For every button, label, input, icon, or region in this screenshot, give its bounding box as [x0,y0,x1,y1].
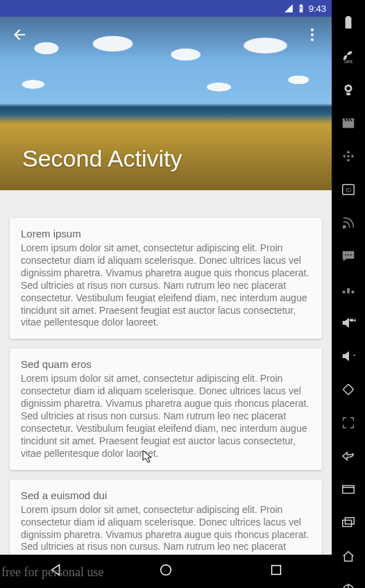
svg-text:-: - [353,349,355,360]
svg-point-18 [350,254,352,255]
android-navbar [0,555,332,588]
fullscreen-icon [341,415,356,430]
card-title: Lorem ipsum [21,228,311,240]
battery-icon [341,15,356,31]
dpad-icon [341,149,356,164]
volume-up-icon: + [341,315,356,330]
windows-icon [341,515,356,530]
emu-dpad-button[interactable] [341,149,356,164]
svg-rect-20 [347,288,350,293]
status-bar: 9:43 [0,0,332,17]
nav-back-icon [48,562,63,578]
window-icon [341,482,356,497]
emu-power-button[interactable] [341,582,356,588]
svg-point-2 [311,38,314,41]
emu-gps-button[interactable]: GPS [341,49,356,64]
rotate-icon [341,382,356,397]
more-vert-icon [304,26,321,43]
nav-home-icon [158,562,173,578]
home-outline-icon [341,548,356,564]
svg-point-15 [343,226,346,229]
svg-rect-4 [272,566,281,575]
app-toolbar [0,17,332,56]
overflow-button[interactable] [304,26,321,46]
svg-rect-26 [343,520,352,526]
signal-icon [284,3,294,13]
svg-rect-6 [347,17,350,18]
hero-image: Second Activity [0,17,332,190]
emu-camera-button[interactable] [341,82,356,97]
back-arrow-icon [11,26,28,43]
emu-battery-button[interactable] [341,15,356,31]
emu-volume-up-button[interactable]: + [341,315,356,330]
svg-point-16 [345,254,346,255]
svg-rect-25 [343,486,355,494]
svg-rect-21 [352,291,355,294]
battery-icon [296,3,306,13]
page-title: Second Activity [22,145,182,172]
content-scroll[interactable]: Lorem ipsum Lorem ipsum dolor sit amet, … [0,190,332,555]
device-screen: 9:43 Second Activity Lorem ipsum Lorem i… [0,0,332,588]
card-body: Lorem ipsum dolor sit amet, consectetur … [21,504,311,555]
svg-text:+: + [353,316,356,324]
id-icon: ID [341,182,356,197]
nav-back-button[interactable] [48,562,63,580]
nav-recent-button[interactable] [269,562,284,580]
emu-rotate-button[interactable] [341,382,356,397]
clapperboard-icon [341,115,356,131]
gps-icon: GPS [341,49,356,64]
emu-back-icon [341,448,356,464]
card-title: Sed quam eros [21,358,311,370]
sliders-icon [341,282,356,297]
svg-rect-24 [343,384,354,395]
svg-point-3 [161,565,171,576]
svg-rect-10 [346,93,350,96]
back-button[interactable] [11,26,28,46]
emu-back-button[interactable] [341,448,356,464]
svg-text:ID: ID [346,187,351,194]
card: Sed a euismod dui Lorem ipsum dolor sit … [10,480,322,555]
emu-home-button[interactable] [341,548,356,564]
svg-point-1 [311,33,314,36]
emu-network-button[interactable] [341,215,356,230]
svg-rect-11 [343,121,355,128]
emu-settings-button[interactable] [341,282,356,297]
volume-down-icon: - [341,348,356,364]
svg-point-9 [346,86,350,90]
emu-multitask1-button[interactable] [341,482,356,497]
emulator-toolbar: GPS ID + - [332,0,365,588]
emu-fullscreen-button[interactable] [341,415,356,430]
card: Lorem ipsum Lorem ipsum dolor sit amet, … [10,218,322,339]
nav-home-button[interactable] [158,562,173,580]
power-icon [341,582,356,588]
svg-rect-27 [345,518,354,524]
rss-icon [341,215,356,230]
emu-id-button[interactable]: ID [341,182,356,197]
svg-rect-5 [346,18,350,28]
svg-point-12 [347,155,350,158]
emu-clapper-button[interactable] [341,115,356,131]
card-title: Sed a euismod dui [21,489,311,501]
card-body: Lorem ipsum dolor sit amet, consectetur … [21,242,311,329]
svg-text:GPS: GPS [344,60,353,64]
svg-point-17 [348,254,349,255]
nav-recent-icon [269,562,284,578]
emu-volume-down-button[interactable]: - [341,348,356,364]
sms-icon [341,249,356,264]
svg-rect-19 [343,291,346,294]
status-time: 9:43 [309,3,326,14]
emu-sms-button[interactable] [341,249,356,264]
camera-icon [341,82,356,97]
card: Sed quam eros Lorem ipsum dolor sit amet… [10,348,322,469]
card-body: Lorem ipsum dolor sit amet, consectetur … [21,373,311,460]
emu-multitask2-button[interactable] [341,515,356,530]
svg-point-0 [311,28,314,31]
